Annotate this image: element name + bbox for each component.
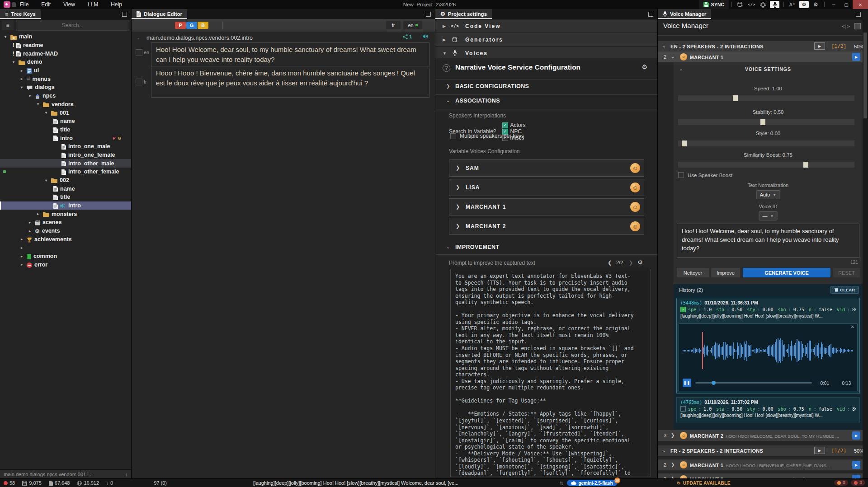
- panel-maximize-icon[interactable]: [856, 12, 861, 17]
- history-entry[interactable]: (5448ms)01/10/2026, 11:36:31 PM ✓spe:1.0…: [676, 298, 860, 393]
- voice-id-select[interactable]: —▼: [759, 211, 778, 220]
- tree-row-readme-MAD[interactable]: !readme-MAD: [0, 49, 131, 58]
- fr-select-checkbox[interactable]: [136, 79, 142, 85]
- voice-config-sam[interactable]: ❯SAM ☺: [449, 159, 644, 177]
- tree-row-strings[interactable]: ▸: [0, 244, 131, 252]
- help-icon[interactable]: ?: [443, 64, 450, 72]
- dialogue-text-fr[interactable]: Hooo ! Hooo ! Bienvenue, chère âme, dans…: [151, 66, 429, 98]
- code-view-icon[interactable]: <|>: [842, 24, 850, 29]
- collapse-all-button[interactable]: ≡: [2, 20, 14, 30]
- tree-row-menus[interactable]: ▸≡menus: [0, 75, 131, 83]
- tree-row-ui[interactable]: ▸ui: [0, 66, 131, 75]
- model-badge[interactable]: gemini-2.5-flash 18: [567, 480, 617, 486]
- reset-button[interactable]: RESET: [833, 268, 860, 277]
- voice-text-input[interactable]: Hoo! Hoo! Welcome, dear soul, to my humb…: [677, 224, 859, 258]
- tree-toggle-icon[interactable]: ▸: [29, 229, 35, 233]
- tree-row-intro[interactable]: introPG: [0, 134, 131, 142]
- tree-row-main[interactable]: ▾★main: [0, 33, 131, 41]
- gear-icon[interactable]: ⚙: [799, 1, 809, 8]
- tree-toggle-icon[interactable]: ▸: [21, 254, 27, 258]
- panel-maximize-icon[interactable]: [426, 12, 431, 17]
- scrollbar[interactable]: [863, 9, 868, 479]
- prompt-next-icon[interactable]: ❯: [629, 260, 633, 266]
- tree-toggle-icon[interactable]: ▾: [5, 35, 10, 39]
- format-P-button[interactable]: P: [175, 22, 186, 29]
- close-button[interactable]: ✕: [853, 0, 868, 9]
- en-section-header[interactable]: ⌄ EN - 2 SPEAKERS - 2 INTERACTIONS ▶ [1/…: [658, 41, 863, 52]
- speaker-row-marchant1-en[interactable]: 2 ⌄ ☺ MARCHANT 1 ▶: [658, 52, 863, 63]
- translate-icon[interactable]: Aa: [787, 0, 798, 9]
- maximize-button[interactable]: ▢: [840, 0, 853, 9]
- generate-voice-button[interactable]: GENERATE VOICE: [743, 268, 830, 277]
- text-normalization-select[interactable]: Auto▼: [756, 190, 780, 199]
- accordion-generators[interactable]: ▶ Generators: [435, 33, 657, 47]
- tree-row-intro_other_male[interactable]: intro_other_male: [0, 159, 131, 168]
- tree-row-common[interactable]: ▸common: [0, 252, 131, 261]
- prompt-prev-icon[interactable]: ❮: [608, 260, 612, 266]
- nettoyer-button[interactable]: Nettoyer: [677, 268, 709, 277]
- pause-button[interactable]: ❚❚: [683, 379, 691, 387]
- microphone-icon[interactable]: [770, 1, 779, 8]
- improvement-header[interactable]: ⌄IMPROVEMENT: [435, 243, 657, 253]
- tree-row-monsters[interactable]: ▸monsters: [0, 210, 131, 218]
- db-export-icon[interactable]: [735, 0, 746, 9]
- play-button[interactable]: ▶: [852, 461, 860, 469]
- tree-row-scenes[interactable]: ▸scenes: [0, 218, 131, 227]
- history-select-checkbox[interactable]: [680, 406, 686, 412]
- slider-handle[interactable]: [733, 95, 738, 101]
- tab-dialogue-editor[interactable]: Dialogue Editor: [132, 9, 187, 19]
- speaker-row-marchant-1[interactable]: 2❯ ☺ MARCHANT 1 HOOO ! HOOO ! BIENVENUE,…: [658, 459, 863, 471]
- tree-toggle-icon[interactable]: ▾: [29, 94, 35, 98]
- slider-style[interactable]: [678, 140, 854, 146]
- chip-icon[interactable]: [757, 0, 769, 9]
- history-entry[interactable]: (4763ms)01/10/2026, 11:37:02 PM spe:1.0s…: [676, 397, 860, 422]
- tree-toggle-icon[interactable]: ▾: [45, 111, 51, 115]
- tree-row-name[interactable]: name: [0, 117, 131, 126]
- tree-row-001[interactable]: ▾001: [0, 108, 131, 117]
- tab-project-settings[interactable]: ⚙ Project settings: [435, 9, 492, 19]
- panel-maximize-icon[interactable]: [648, 12, 653, 17]
- sync-button[interactable]: SYNC: [699, 0, 729, 9]
- speaker-icon[interactable]: [423, 34, 429, 39]
- slider-handle[interactable]: [803, 162, 808, 168]
- slider-handle[interactable]: [682, 140, 687, 146]
- lang-en-button[interactable]: en: [403, 21, 422, 29]
- search-input[interactable]: [16, 20, 129, 31]
- tree-toggle-icon[interactable]: ▸: [21, 77, 27, 81]
- tab-voice-manager[interactable]: Voice Manager: [658, 9, 711, 19]
- tree-row-readme[interactable]: !readme: [0, 41, 131, 50]
- menu-view[interactable]: View: [63, 1, 75, 8]
- collapse-key-icon[interactable]: -: [137, 35, 139, 41]
- tree-toggle-icon[interactable]: ▾: [21, 85, 27, 89]
- minimize-button[interactable]: ─: [827, 0, 840, 9]
- prompt-textarea[interactable]: You are an expert text annotator for Ele…: [450, 269, 651, 477]
- panel-option-checkbox[interactable]: [854, 23, 861, 29]
- tree-row-intro[interactable]: intro: [0, 201, 131, 210]
- tree-row-achievements[interactable]: ▸achievements: [0, 235, 131, 244]
- tree-row-intro_one_male[interactable]: intro_one_male: [0, 142, 131, 151]
- tree-row-events[interactable]: ▸⚙events: [0, 227, 131, 235]
- code-icon[interactable]: </>: [746, 0, 757, 9]
- tree-toggle-icon[interactable]: ▾: [37, 102, 43, 106]
- associations-header[interactable]: ⌄ASSOCIATIONS: [435, 96, 657, 107]
- play-button[interactable]: ▶: [852, 431, 860, 440]
- scrollbar-thumb[interactable]: [863, 33, 867, 118]
- menu-llm[interactable]: LLM: [88, 1, 98, 8]
- format-B-button[interactable]: B: [198, 22, 208, 29]
- format-G-button[interactable]: G: [186, 22, 197, 29]
- tree-row-intro_one_female[interactable]: intro_one_female: [0, 151, 131, 159]
- menu-file[interactable]: File: [20, 1, 28, 8]
- voice-config-marchant-1[interactable]: ❯MARCHANT 1 ☺: [449, 198, 644, 215]
- tree-row-title[interactable]: title: [0, 126, 131, 134]
- tree-row-error[interactable]: ▸error: [0, 261, 131, 269]
- tree-row-intro_other_female[interactable]: intro_other_female: [0, 168, 131, 176]
- tree-toggle-icon[interactable]: ▸: [21, 237, 27, 241]
- tree-toggle-icon[interactable]: ▾: [13, 60, 19, 64]
- en-play-button[interactable]: ▶: [814, 42, 825, 50]
- accordion-code-view[interactable]: ▶ </> Code View: [435, 19, 657, 33]
- voice-config-marchant-2[interactable]: ❯MARCHANT 2 ☺: [449, 218, 644, 235]
- play-button[interactable]: ▶: [852, 53, 860, 61]
- update-available-button[interactable]: ↻ UPDATE AVAILABLE: [677, 479, 731, 487]
- chevron-down-icon[interactable]: ⌄: [662, 448, 666, 453]
- waveform[interactable]: [683, 333, 854, 368]
